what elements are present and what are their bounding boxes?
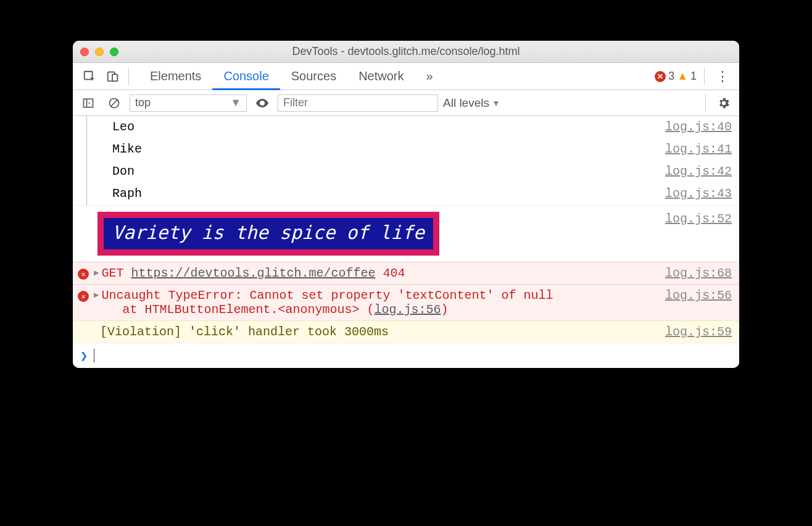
minimize-window-button[interactable] xyxy=(95,48,104,56)
inspect-element-icon[interactable] xyxy=(79,66,100,87)
expand-icon[interactable]: ▶ xyxy=(94,267,99,278)
source-link[interactable]: log.js:52 xyxy=(665,212,732,226)
styled-log-row: Variety is the spice of life log.js:52 xyxy=(73,205,739,262)
sidebar-toggle-icon[interactable] xyxy=(78,93,99,114)
console-toolbar: top ▼ All levels ▼ xyxy=(73,90,739,116)
more-options-icon[interactable]: ⋮ xyxy=(712,69,733,85)
error-icon: ✕ xyxy=(78,291,89,302)
typeerror-row: ✕ ▶ Uncaught TypeError: Cannot set prope… xyxy=(73,284,739,320)
source-link[interactable]: log.js:43 xyxy=(665,186,732,201)
log-text: Leo xyxy=(112,120,665,134)
svg-point-8 xyxy=(261,102,263,104)
error-warning-badges[interactable]: ✕ 3 ▲ 1 xyxy=(655,70,697,83)
filter-input[interactable] xyxy=(278,94,438,112)
http-method: GET xyxy=(101,266,123,280)
text-cursor xyxy=(94,349,94,362)
styled-log-text: Variety is the spice of life xyxy=(97,212,439,256)
http-status: 404 xyxy=(383,266,405,280)
main-tabbar: Elements Console Sources Network » ✕ 3 ▲… xyxy=(73,63,739,90)
separator xyxy=(704,68,705,85)
log-levels-selector[interactable]: All levels ▼ xyxy=(443,96,500,110)
svg-marker-5 xyxy=(89,102,91,104)
log-text: Mike xyxy=(112,142,665,156)
console-output: Leo log.js:40 Mike log.js:41 Don log.js:… xyxy=(73,116,739,368)
window-controls xyxy=(80,48,118,56)
tab-sources[interactable]: Sources xyxy=(280,63,347,90)
svg-rect-2 xyxy=(112,74,117,81)
devtools-window: DevTools - devtools.glitch.me/console/lo… xyxy=(73,41,739,368)
console-prompt[interactable]: ❯ xyxy=(73,343,739,368)
log-group-item: Mike log.js:41 xyxy=(73,138,739,161)
context-value: top xyxy=(135,96,151,109)
request-url[interactable]: https://devtools.glitch.me/coffee xyxy=(131,266,375,280)
source-link[interactable]: log.js:59 xyxy=(665,325,732,339)
log-group-item: Don log.js:42 xyxy=(73,161,739,183)
maximize-window-button[interactable] xyxy=(110,48,118,56)
separator xyxy=(128,68,129,85)
source-link[interactable]: log.js:40 xyxy=(665,120,732,134)
context-selector[interactable]: top ▼ xyxy=(130,94,247,112)
svg-rect-3 xyxy=(84,99,93,107)
error-badge-icon: ✕ xyxy=(655,71,666,82)
clear-console-icon[interactable] xyxy=(104,93,125,114)
eye-icon[interactable] xyxy=(252,93,273,114)
chevron-down-icon: ▼ xyxy=(230,96,241,109)
source-link[interactable]: log.js:41 xyxy=(665,142,732,156)
stack-link[interactable]: log.js:56 xyxy=(375,303,441,317)
separator xyxy=(705,94,706,112)
tab-overflow[interactable]: » xyxy=(415,63,444,90)
panel-tabs: Elements Console Sources Network » xyxy=(139,63,444,90)
settings-gear-icon[interactable] xyxy=(713,93,734,114)
tab-console[interactable]: Console xyxy=(212,63,280,90)
chevron-down-icon: ▼ xyxy=(492,98,500,108)
prompt-caret-icon: ❯ xyxy=(80,348,88,363)
window-title: DevTools - devtools.glitch.me/console/lo… xyxy=(73,45,739,58)
expand-icon[interactable]: ▶ xyxy=(94,290,99,300)
violation-row: [Violation] 'click' handler took 3000ms … xyxy=(73,320,739,343)
network-error-row: ✕ ▶ GET https://devtools.glitch.me/coffe… xyxy=(73,262,739,284)
tab-elements[interactable]: Elements xyxy=(139,63,212,90)
titlebar: DevTools - devtools.glitch.me/console/lo… xyxy=(73,41,739,63)
svg-line-7 xyxy=(111,100,117,106)
error-icon: ✕ xyxy=(78,269,89,280)
warning-count: 1 xyxy=(690,70,697,83)
source-link[interactable]: log.js:68 xyxy=(665,266,732,280)
source-link[interactable]: log.js:56 xyxy=(665,288,732,303)
log-text: Don xyxy=(112,164,665,178)
stack-prefix: at HTMLButtonElement.<anonymous> ( xyxy=(122,303,374,317)
log-text: Raph xyxy=(112,186,665,201)
levels-label: All levels xyxy=(443,96,489,110)
tab-network[interactable]: Network xyxy=(347,63,415,90)
device-toolbar-icon[interactable] xyxy=(102,66,123,87)
warning-badge-icon: ▲ xyxy=(677,70,688,83)
log-group-item: Raph log.js:43 xyxy=(73,183,739,205)
stack-suffix: ) xyxy=(441,303,449,317)
log-group-item: Leo log.js:40 xyxy=(73,116,739,138)
violation-text: [Violation] 'click' handler took 3000ms xyxy=(100,325,665,339)
error-count: 3 xyxy=(668,70,674,83)
error-message: Uncaught TypeError: Cannot set property … xyxy=(101,288,553,303)
close-window-button[interactable] xyxy=(80,48,89,56)
source-link[interactable]: log.js:42 xyxy=(665,164,732,178)
